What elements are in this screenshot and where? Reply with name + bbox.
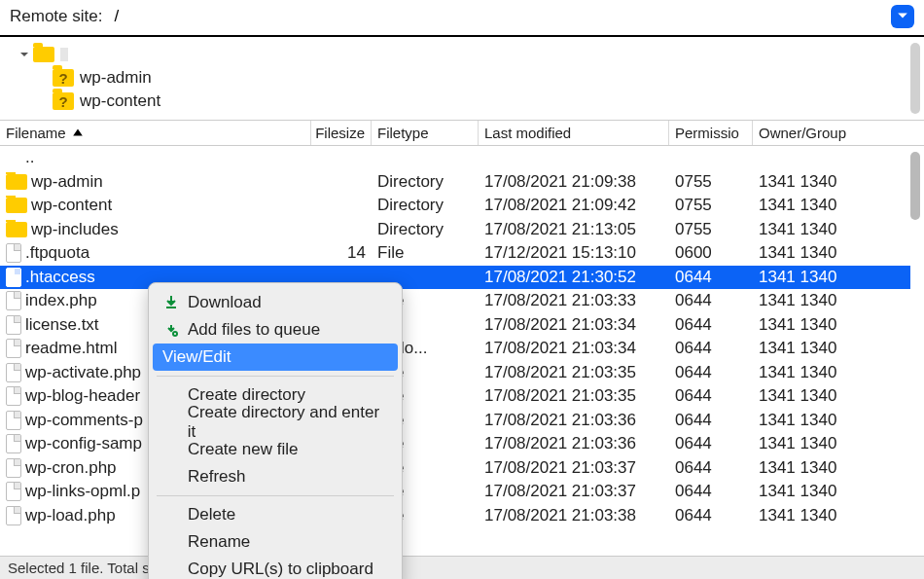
- permissions: 0600: [669, 243, 753, 263]
- last-modified: 17/08/2021 21:13:05: [479, 220, 669, 239]
- menu-item[interactable]: Rename: [149, 528, 402, 556]
- tree-item-label[interactable]: wp-content: [80, 91, 160, 111]
- owner-group: 1341 1340: [753, 434, 885, 453]
- column-header-modified[interactable]: Last modified: [479, 121, 669, 145]
- filename: ..: [25, 148, 34, 167]
- filename: wp-links-opml.p: [25, 482, 140, 501]
- menu-item-label: Add files to queue: [188, 320, 320, 340]
- owner-group: 1341 1340: [753, 458, 885, 478]
- permissions: 0644: [669, 434, 753, 453]
- table-row[interactable]: ..: [0, 146, 910, 170]
- table-row[interactable]: wp-includesDirectory17/08/2021 21:13:050…: [0, 218, 910, 242]
- address-dropdown-button[interactable]: [891, 5, 914, 28]
- table-row[interactable]: license.txtile17/08/2021 21:03:340644134…: [0, 313, 910, 338]
- filename: wp-comments-p: [25, 411, 143, 430]
- column-header-permissions[interactable]: Permissio: [669, 121, 753, 145]
- column-header-filesize[interactable]: Filesize: [311, 121, 372, 145]
- filename: wp-includes: [31, 220, 119, 239]
- menu-item-label: Create directory: [188, 385, 305, 405]
- permissions: 0644: [669, 506, 753, 525]
- owner-group: 1341 1340: [753, 243, 885, 263]
- table-row[interactable]: wp-activate.php-file17/08/2021 21:03:350…: [0, 361, 910, 385]
- owner-group: 1341 1340: [753, 172, 885, 192]
- filename: index.php: [25, 291, 97, 310]
- table-row[interactable]: index.php-file17/08/2021 21:03:330644134…: [0, 289, 910, 313]
- filename: .htaccess: [25, 268, 95, 287]
- owner-group: 1341 1340: [753, 291, 885, 310]
- permissions: 0755: [669, 172, 753, 192]
- folder-unknown-icon: ?: [53, 69, 74, 87]
- table-row[interactable]: wp-adminDirectory17/08/2021 21:09:380755…: [0, 170, 910, 195]
- table-row[interactable]: .htaccess17/08/2021 21:30:5206441341 134…: [0, 266, 910, 290]
- table-row[interactable]: .ftpquota14File17/12/2021 15:13:10060013…: [0, 241, 910, 266]
- column-header-filename[interactable]: Filename: [0, 121, 311, 145]
- last-modified: 17/08/2021 21:03:37: [479, 458, 669, 478]
- folder-icon: [6, 222, 27, 237]
- address-input[interactable]: [110, 4, 883, 29]
- folder-unknown-icon: ?: [53, 92, 74, 110]
- permissions: 0644: [669, 411, 753, 430]
- menu-item[interactable]: Delete: [149, 501, 402, 528]
- owner-group: 1341 1340: [753, 268, 885, 287]
- permissions: 0644: [669, 482, 753, 501]
- file-icon: [6, 411, 21, 430]
- permissions: 0755: [669, 220, 753, 239]
- table-row[interactable]: readme.htmlIL do...17/08/2021 21:03:3406…: [0, 337, 910, 361]
- menu-item[interactable]: Copy URL(s) to clipboard: [149, 556, 402, 579]
- column-header-filetype[interactable]: Filetype: [372, 121, 479, 145]
- owner-group: 1341 1340: [753, 220, 885, 239]
- tree-item-label[interactable]: wp-admin: [80, 68, 152, 88]
- last-modified: 17/08/2021 21:03:36: [479, 411, 669, 430]
- file-icon: [6, 386, 21, 406]
- table-row[interactable]: wp-cron.php-file17/08/2021 21:03:3706441…: [0, 456, 910, 481]
- scrollbar[interactable]: [910, 43, 920, 114]
- menu-item[interactable]: Download: [149, 289, 402, 316]
- filename: wp-load.php: [25, 506, 116, 525]
- menu-item[interactable]: Refresh: [149, 463, 402, 490]
- scrollbar[interactable]: [910, 152, 920, 220]
- menu-item-label: View/Edit: [162, 347, 231, 367]
- owner-group: 1341 1340: [753, 339, 885, 358]
- menu-item[interactable]: View/Edit: [153, 344, 398, 371]
- selection-indicator: [60, 48, 68, 61]
- owner-group: 1341 1340: [753, 363, 885, 382]
- permissions: 0644: [669, 363, 753, 382]
- menu-item-label: Create directory and enter it: [188, 403, 388, 442]
- filename: .ftpquota: [25, 243, 89, 263]
- menu-item[interactable]: Add files to queue: [149, 316, 402, 344]
- menu-item[interactable]: Create directory and enter it: [149, 409, 402, 436]
- permissions: 0644: [669, 458, 753, 478]
- last-modified: 17/08/2021 21:30:52: [479, 268, 669, 287]
- table-row[interactable]: wp-comments-p-file17/08/2021 21:03:36064…: [0, 409, 910, 433]
- table-row[interactable]: wp-contentDirectory17/08/2021 21:09:4207…: [0, 194, 910, 218]
- table-row[interactable]: wp-load.php-file17/08/2021 21:03:3806441…: [0, 504, 910, 528]
- svg-rect-0: [166, 307, 176, 308]
- table-row[interactable]: wp-config-samp-file17/08/2021 21:03:3606…: [0, 432, 910, 456]
- file-icon: [6, 482, 21, 501]
- sort-asc-icon: [66, 125, 84, 141]
- last-modified: 17/08/2021 21:03:35: [479, 363, 669, 382]
- last-modified: 17/12/2021 15:13:10: [479, 243, 669, 263]
- last-modified: 17/08/2021 21:03:35: [479, 386, 669, 406]
- folder-icon: [6, 198, 27, 213]
- menu-item-label: Refresh: [188, 467, 246, 487]
- filename: wp-cron.php: [25, 458, 117, 478]
- permissions: 0644: [669, 386, 753, 406]
- download-icon: [162, 294, 180, 311]
- permissions: 0644: [669, 339, 753, 358]
- remote-tree[interactable]: ? wp-admin ? wp-content: [0, 37, 924, 120]
- owner-group: 1341 1340: [753, 386, 885, 406]
- last-modified: 17/08/2021 21:03:34: [479, 339, 669, 358]
- filetype: Directory: [372, 172, 479, 192]
- table-row[interactable]: wp-links-opml.p-file17/08/2021 21:03:370…: [0, 480, 910, 504]
- menu-item-label: Delete: [188, 505, 235, 525]
- permissions: 0644: [669, 268, 753, 287]
- file-icon: [6, 291, 21, 310]
- menu-item-label: Copy URL(s) to clipboard: [188, 560, 373, 579]
- last-modified: 17/08/2021 21:09:38: [479, 172, 669, 192]
- chevron-down-icon[interactable]: [16, 50, 33, 59]
- column-header-owner[interactable]: Owner/Group: [753, 121, 885, 145]
- table-row[interactable]: wp-blog-header-file17/08/2021 21:03:3506…: [0, 384, 910, 409]
- file-icon: [6, 339, 21, 358]
- filetype: File: [372, 243, 479, 263]
